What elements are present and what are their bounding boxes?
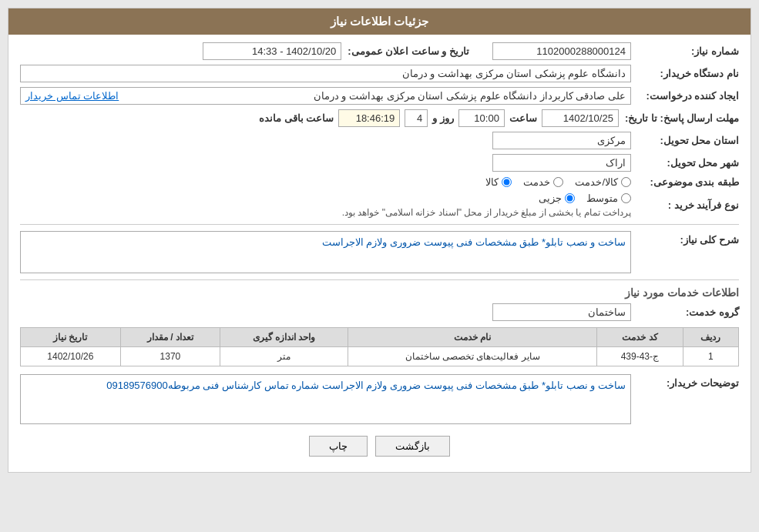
deadline-time-row: 1402/10/25 ساعت 10:00 روز و 4 18:46:19 س…: [259, 109, 619, 127]
page-wrapper: جزئیات اطلاعات نیاز شماره نیاز: 11020002…: [0, 0, 759, 532]
category-option-goods-service: کالا/خدمت: [575, 176, 631, 188]
services-section-title: اطلاعات خدمات مورد نیاز: [20, 286, 739, 299]
cell-code: ج-43-439: [597, 347, 683, 366]
deadline-row: مهلت ارسال پاسخ: تا تاریخ: 1402/10/25 سا…: [20, 109, 739, 127]
back-button[interactable]: بازگشت: [375, 436, 450, 457]
category-radio-goods[interactable]: [502, 177, 512, 187]
col-name: نام خدمت: [348, 328, 597, 347]
creator-row: ایجاد کننده درخواست: علی صادقی کاربرداز …: [20, 87, 739, 105]
category-radio-service[interactable]: [553, 177, 563, 187]
category-label: طبقه بندی موضوعی:: [631, 176, 739, 188]
delivery-city-value: اراک: [492, 154, 631, 172]
deadline-date-box: 1402/10/25: [542, 109, 619, 127]
purchase-type-partial: جزیی: [539, 192, 575, 204]
header-bar: جزئیات اطلاعات نیاز: [8, 8, 751, 35]
deadline-days-label: روز و: [432, 112, 454, 124]
buyer-org-label: نام دستگاه خریدار:: [631, 68, 739, 79]
cell-date: 1402/10/26: [21, 347, 121, 366]
deadline-time-label: ساعت: [509, 112, 537, 124]
delivery-city-label: شهر محل تحویل:: [631, 157, 739, 169]
deadline-remaining-box: 18:46:19: [338, 109, 400, 127]
cell-name: سایر فعالیت‌های تخصصی ساختمان: [348, 347, 597, 366]
delivery-province-row: استان محل تحویل: مرکزی: [20, 132, 739, 149]
service-group-value: ساختمان: [492, 303, 631, 321]
buyer-description-value: ساخت و نصب تابلو* طبق مشخصات فنی پیوست ض…: [20, 374, 631, 424]
deadline-time-box: 10:00: [458, 109, 505, 127]
need-description-value: ساخت و نصب تابلو* طبق مشخصات فنی پیوست ض…: [20, 231, 631, 273]
category-row: طبقه بندی موضوعی: کالا/خدمت خدمت کالا: [20, 176, 739, 188]
creator-label: ایجاد کننده درخواست:: [631, 90, 739, 102]
purchase-type-label: نوع فرآیند خرید :: [631, 199, 739, 211]
main-container: جزئیات اطلاعات نیاز شماره نیاز: 11020002…: [8, 8, 751, 473]
table-body: 1ج-43-439سایر فعالیت‌های تخصصی ساختمانمت…: [21, 347, 739, 366]
buyer-description-row: توضیحات خریدار: ساخت و نصب تابلو* طبق مش…: [20, 374, 739, 424]
delivery-province-label: استان محل تحویل:: [631, 135, 739, 146]
delivery-city-row: شهر محل تحویل: اراک: [20, 154, 739, 172]
deadline-days-box: 4: [405, 109, 428, 127]
purchase-note: پرداخت تمام یا بخشی از مبلغ خریدار از مح…: [20, 207, 631, 218]
need-number-row: شماره نیاز: 1102000288000124 تاریخ و ساع…: [20, 42, 739, 60]
col-code: کد خدمت: [597, 328, 683, 347]
divider-1: [20, 224, 739, 225]
service-group-label: گروه خدمت:: [631, 306, 739, 318]
cell-unit: متر: [220, 347, 348, 366]
purchase-radio-partial[interactable]: [565, 193, 575, 203]
delivery-province-value: مرکزی: [492, 132, 631, 149]
category-option-goods: کالا: [485, 176, 512, 188]
purchase-radio-medium[interactable]: [621, 193, 631, 203]
col-unit: واحد اندازه گیری: [220, 328, 348, 347]
services-table: ردیف کد خدمت نام خدمت واحد اندازه گیری ت…: [20, 327, 739, 366]
col-date: تاریخ نیاز: [21, 328, 121, 347]
buyer-description-label: توضیحات خریدار:: [631, 374, 739, 389]
category-radio-group: کالا/خدمت خدمت کالا: [485, 176, 631, 188]
announcement-date-value: 1402/10/20 - 14:33: [203, 42, 341, 60]
footer-buttons: بازگشت چاپ: [20, 436, 739, 457]
need-description-label: شرح کلی نیاز:: [631, 231, 739, 246]
buyer-org-row: نام دستگاه خریدار: دانشگاه علوم پزشکی اس…: [20, 65, 739, 82]
category-option-service: خدمت: [523, 176, 563, 188]
services-table-section: ردیف کد خدمت نام خدمت واحد اندازه گیری ت…: [20, 327, 739, 366]
purchase-type-row: نوع فرآیند خرید : متوسط جزیی پرداخت تمام…: [20, 192, 739, 218]
cell-quantity: 1370: [120, 347, 220, 366]
service-group-row: گروه خدمت: ساختمان: [20, 303, 739, 321]
need-number-label: شماره نیاز:: [631, 45, 739, 57]
purchase-type-radio-group: متوسط جزیی: [20, 192, 631, 204]
category-radio-goods-service[interactable]: [621, 177, 631, 187]
need-number-value: 1102000288000124: [492, 42, 631, 60]
table-header: ردیف کد خدمت نام خدمت واحد اندازه گیری ت…: [21, 328, 739, 347]
header-title: جزئیات اطلاعات نیاز: [331, 15, 428, 28]
col-row: ردیف: [683, 328, 738, 347]
table-row: 1ج-43-439سایر فعالیت‌های تخصصی ساختمانمت…: [21, 347, 739, 366]
table-header-row: ردیف کد خدمت نام خدمت واحد اندازه گیری ت…: [21, 328, 739, 347]
purchase-type-medium: متوسط: [586, 192, 631, 204]
deadline-remaining-label: ساعت باقی مانده: [259, 112, 334, 124]
creator-value: علی صادقی کاربرداز دانشگاه علوم پزشکی اس…: [20, 87, 631, 105]
cell-row: 1: [683, 347, 738, 366]
contact-info-link[interactable]: اطلاعات تماس خریدار: [25, 90, 119, 102]
col-quantity: تعداد / مقدار: [120, 328, 220, 347]
deadline-label: مهلت ارسال پاسخ: تا تاریخ:: [619, 112, 739, 124]
content-area: شماره نیاز: 1102000288000124 تاریخ و ساع…: [8, 35, 751, 472]
buyer-org-value: دانشگاه علوم پزشکی استان مرکزی بهداشت و …: [20, 65, 631, 82]
divider-2: [20, 279, 739, 280]
print-button[interactable]: چاپ: [309, 436, 368, 457]
announcement-date-label: تاریخ و ساعت اعلان عمومی:: [341, 45, 469, 57]
need-description-row: شرح کلی نیاز: ساخت و نصب تابلو* طبق مشخص…: [20, 231, 739, 273]
